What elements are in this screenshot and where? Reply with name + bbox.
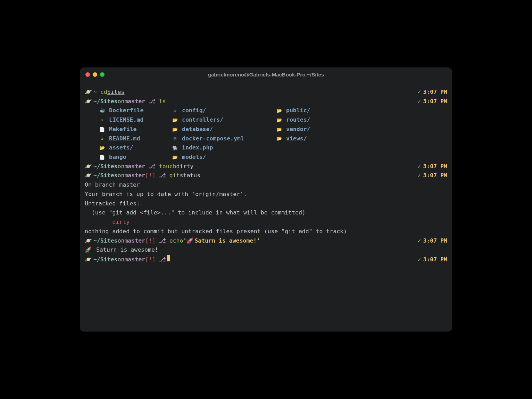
check-icon: ✓ — [418, 163, 421, 170]
string-literal: Saturn is awesome!' — [194, 236, 260, 246]
traffic-lights — [85, 72, 105, 77]
list-item: 📂database/ — [172, 125, 276, 134]
folder-icon: 📂 — [276, 126, 283, 133]
folder-icon: 📂 — [172, 126, 178, 133]
filename: Makefile — [109, 125, 136, 134]
dirty-flag: [!] — [145, 171, 156, 180]
branch-icon: ⎇ — [149, 162, 156, 171]
prompt-line: 🪐 ~ cd Sites ✓3:07 PM — [85, 88, 447, 97]
prompt-branch: master — [124, 236, 145, 246]
untracked-file: dirty — [85, 218, 447, 227]
terminal-window: gabrielmoreno@Gabriels-MacBook-Pro:~/Sit… — [80, 67, 452, 332]
list-item: 📂views/ — [276, 134, 359, 144]
list-item: 🐘index.php — [172, 143, 276, 153]
output-line: Untracked files: — [85, 199, 447, 209]
php-icon: 🐘 — [172, 144, 178, 152]
check-icon: ✓ — [418, 172, 421, 179]
planet-icon: 🪐 — [85, 162, 92, 171]
time: 3:07 PM — [423, 237, 447, 244]
list-item: 📂controllers/ — [172, 115, 276, 125]
prompt-line: 🪐 ~/Sites on master ⎇ touch dirty ✓3:07 … — [85, 162, 447, 171]
filename: vendor/ — [286, 125, 310, 134]
string-quote: ' — [183, 236, 186, 246]
planet-icon: 🪐 — [85, 97, 92, 106]
filename: views/ — [286, 134, 307, 144]
planet-icon: 🪐 — [85, 236, 92, 246]
filename: bango — [109, 153, 126, 162]
maximize-button[interactable] — [100, 72, 105, 77]
prompt-on: on — [118, 162, 125, 171]
time: 3:07 PM — [423, 89, 447, 95]
time: 3:07 PM — [423, 163, 447, 170]
folder-icon: 📂 — [172, 116, 178, 124]
filename: database/ — [182, 125, 213, 134]
filename: public/ — [286, 106, 310, 115]
time: 3:07 PM — [423, 172, 447, 179]
list-item: 📄bango — [99, 153, 172, 162]
prompt-branch: master — [124, 162, 145, 171]
command-arg: Sites — [107, 88, 125, 97]
prompt-on: on — [118, 97, 125, 106]
command-arg: status — [180, 171, 201, 180]
prompt-line: 🪐 ~/Sites on master [!] ⎇ ✓3:07 PM — [85, 255, 447, 264]
cursor — [167, 255, 170, 261]
markdown-icon: ▫ — [99, 116, 106, 124]
status-time: ✓3:07 PM — [418, 255, 447, 264]
list-item: 📂routes/ — [276, 115, 359, 125]
minimize-button[interactable] — [93, 72, 97, 77]
prompt-path: ~/Sites — [93, 97, 118, 106]
command: echo — [169, 236, 183, 246]
command-arg: dirty — [176, 162, 194, 171]
command: git — [169, 171, 180, 180]
prompt-path: ~/Sites — [93, 236, 118, 246]
status-time: ✓3:07 PM — [418, 236, 447, 246]
markdown-icon: ▫ — [99, 135, 106, 142]
prompt-branch: master — [124, 171, 145, 180]
list-item: ⎘docker-compose.yml — [172, 134, 276, 144]
list-item: 📂vendor/ — [276, 125, 359, 134]
terminal-body[interactable]: 🪐 ~ cd Sites ✓3:07 PM 🪐 ~/Sites on maste… — [80, 82, 452, 332]
docker-icon: 🐳 — [99, 107, 106, 114]
ls-output: 🐳Dockerfile ⚙config/ 📂public/ ▫LICENSE.m… — [99, 106, 447, 162]
titlebar: gabrielmoreno@Gabriels-MacBook-Pro:~/Sit… — [80, 67, 452, 82]
filename: Dockerfile — [109, 106, 143, 115]
branch-icon: ⎇ — [149, 97, 156, 106]
planet-icon: 🪐 — [85, 88, 92, 97]
prompt-line: 🪐 ~/Sites on master [!] ⎇ git status ✓3:… — [85, 171, 447, 180]
output-line: (use "git add <file>..." to include in w… — [85, 208, 447, 218]
filename: controllers/ — [182, 115, 223, 125]
file-icon: 📄 — [99, 126, 106, 133]
check-icon: ✓ — [418, 256, 421, 263]
dirty-flag: [!] — [145, 255, 156, 264]
planet-icon: 🪐 — [85, 255, 92, 264]
filename: routes/ — [286, 115, 310, 125]
list-item: ⚙config/ — [172, 106, 276, 115]
prompt-on: on — [118, 171, 125, 180]
folder-icon: 📂 — [276, 107, 283, 114]
time: 3:07 PM — [423, 256, 447, 263]
list-item: 📂public/ — [276, 106, 359, 115]
prompt-branch: master — [124, 97, 145, 106]
command: ls — [159, 97, 166, 106]
list-item: 📂assets/ — [99, 143, 172, 153]
check-icon: ✓ — [418, 98, 421, 105]
filename: config/ — [182, 106, 206, 115]
time: 3:07 PM — [423, 98, 447, 105]
status-time: ✓3:07 PM — [418, 88, 447, 97]
branch-icon: ⎇ — [159, 236, 166, 246]
prompt-line: 🪐 ~/Sites on master [!] ⎇ echo '🚀 Saturn… — [85, 236, 447, 246]
config-icon: ⚙ — [172, 107, 178, 114]
close-button[interactable] — [85, 72, 90, 77]
filename: docker-compose.yml — [182, 134, 244, 144]
list-item: 🐳Dockerfile — [99, 106, 172, 115]
prompt-path: ~/Sites — [93, 171, 118, 180]
yml-icon: ⎘ — [172, 135, 178, 142]
branch-icon: ⎇ — [159, 171, 166, 180]
list-item: 📄Makefile — [99, 125, 172, 134]
echo-text: Saturn is awesome! — [93, 246, 158, 253]
planet-icon: 🪐 — [85, 171, 92, 180]
status-time: ✓3:07 PM — [418, 162, 447, 171]
list-item: ▫README.md — [99, 134, 172, 144]
prompt-line: 🪐 ~/Sites on master ⎇ ls ✓3:07 PM — [85, 97, 447, 106]
folder-icon: 📂 — [172, 154, 178, 161]
